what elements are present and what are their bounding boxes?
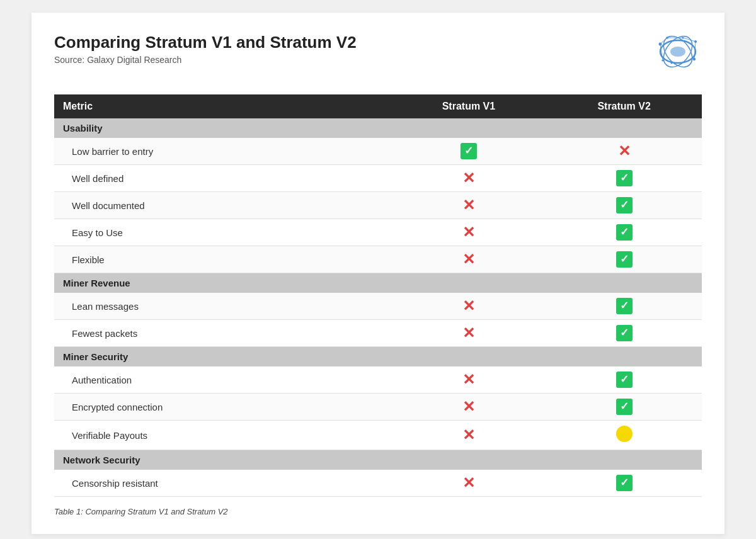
table-header-row: Metric Stratum V1 Stratum V2 bbox=[54, 94, 702, 118]
category-row: Network Security bbox=[54, 450, 702, 470]
metric-label: Well documented bbox=[54, 192, 391, 219]
cross-icon: ✕ bbox=[618, 144, 631, 159]
comparison-table: Metric Stratum V1 Stratum V2 UsabilityLo… bbox=[54, 94, 702, 497]
v1-icon-cell: ✕ bbox=[391, 421, 547, 450]
table-row: Fewest packets✕✓ bbox=[54, 320, 702, 347]
check-icon: ✓ bbox=[616, 475, 633, 491]
cross-icon: ✕ bbox=[462, 298, 475, 314]
v1-icon-cell: ✕ bbox=[391, 165, 547, 192]
v1-icon-cell: ✕ bbox=[391, 320, 547, 347]
v2-icon-cell: ✓ bbox=[546, 366, 702, 394]
circle-icon bbox=[616, 426, 633, 442]
logo bbox=[633, 33, 702, 83]
category-row: Miner Security bbox=[54, 347, 702, 367]
v1-icon-cell: ✓ bbox=[391, 138, 547, 165]
page-card: Comparing Stratum V1 and Stratum V2 Sour… bbox=[32, 13, 724, 534]
check-icon: ✓ bbox=[616, 170, 633, 186]
v2-icon-cell: ✓ bbox=[546, 293, 702, 320]
v2-icon-cell: ✓ bbox=[546, 192, 702, 219]
svg-point-3 bbox=[670, 47, 685, 57]
v1-icon-cell: ✕ bbox=[391, 219, 547, 246]
cross-icon: ✕ bbox=[462, 428, 475, 443]
cross-icon: ✕ bbox=[462, 399, 475, 414]
table-row: Lean messages✕✓ bbox=[54, 293, 702, 320]
cross-icon: ✕ bbox=[462, 372, 475, 387]
check-icon: ✓ bbox=[616, 399, 633, 415]
table-row: Well documented✕✓ bbox=[54, 192, 702, 219]
cross-icon: ✕ bbox=[462, 475, 475, 491]
col-header-v1: Stratum V1 bbox=[391, 94, 547, 118]
v1-icon-cell: ✕ bbox=[391, 293, 547, 320]
v1-icon-cell: ✕ bbox=[391, 246, 547, 273]
check-icon: ✓ bbox=[616, 251, 633, 268]
v1-icon-cell: ✕ bbox=[391, 366, 547, 394]
table-row: Flexible✕✓ bbox=[54, 246, 702, 273]
table-row: Authentication✕✓ bbox=[54, 366, 702, 394]
category-label: Network Security bbox=[54, 450, 702, 470]
col-header-metric: Metric bbox=[54, 94, 391, 118]
metric-label: Authentication bbox=[54, 366, 391, 394]
cross-icon: ✕ bbox=[462, 326, 475, 341]
table-caption: Table 1: Comparing Stratum V1 and Stratu… bbox=[54, 507, 702, 516]
table-row: Easy to Use✕✓ bbox=[54, 219, 702, 246]
check-icon: ✓ bbox=[616, 224, 633, 241]
category-label: Usability bbox=[54, 118, 702, 138]
table-row: Verifiable Payouts✕ bbox=[54, 421, 702, 450]
category-label: Miner Security bbox=[54, 347, 702, 367]
svg-point-10 bbox=[671, 62, 673, 64]
cross-icon: ✕ bbox=[462, 252, 475, 267]
metric-label: Well defined bbox=[54, 165, 391, 192]
check-icon: ✓ bbox=[616, 298, 633, 314]
table-row: Encrypted connection✕✓ bbox=[54, 394, 702, 421]
title-block: Comparing Stratum V1 and Stratum V2 Sour… bbox=[54, 33, 357, 65]
metric-label: Fewest packets bbox=[54, 320, 391, 347]
v1-icon-cell: ✕ bbox=[391, 394, 547, 421]
v2-icon-cell: ✕ bbox=[546, 138, 702, 165]
metric-label: Verifiable Payouts bbox=[54, 421, 391, 450]
check-icon: ✓ bbox=[616, 325, 633, 341]
metric-label: Censorship resistant bbox=[54, 470, 391, 497]
v2-icon-cell: ✓ bbox=[546, 470, 702, 497]
check-icon: ✓ bbox=[461, 143, 477, 159]
category-row: Miner Revenue bbox=[54, 273, 702, 293]
v2-icon-cell: ✓ bbox=[546, 219, 702, 246]
table-row: Censorship resistant✕✓ bbox=[54, 470, 702, 497]
v2-icon-cell bbox=[546, 421, 702, 450]
check-icon: ✓ bbox=[616, 197, 633, 213]
col-header-v2: Stratum V2 bbox=[546, 94, 702, 118]
metric-label: Low barrier to entry bbox=[54, 138, 391, 165]
v2-icon-cell: ✓ bbox=[546, 394, 702, 421]
page-title: Comparing Stratum V1 and Stratum V2 bbox=[54, 33, 357, 52]
cross-icon: ✕ bbox=[462, 198, 475, 213]
v2-icon-cell: ✓ bbox=[546, 246, 702, 273]
page-source: Source: Galaxy Digital Research bbox=[54, 55, 357, 65]
metric-label: Flexible bbox=[54, 246, 391, 273]
cross-icon: ✕ bbox=[462, 171, 475, 186]
page-header: Comparing Stratum V1 and Stratum V2 Sour… bbox=[54, 33, 702, 83]
metric-label: Lean messages bbox=[54, 293, 391, 320]
cross-icon: ✕ bbox=[462, 225, 475, 240]
category-label: Miner Revenue bbox=[54, 273, 702, 293]
table-row: Well defined✕✓ bbox=[54, 165, 702, 192]
table-row: Low barrier to entry✓✕ bbox=[54, 138, 702, 165]
metric-label: Easy to Use bbox=[54, 219, 391, 246]
check-icon: ✓ bbox=[616, 372, 633, 388]
v1-icon-cell: ✕ bbox=[391, 192, 547, 219]
v1-icon-cell: ✕ bbox=[391, 470, 547, 497]
metric-label: Encrypted connection bbox=[54, 394, 391, 421]
v2-icon-cell: ✓ bbox=[546, 165, 702, 192]
category-row: Usability bbox=[54, 118, 702, 138]
v2-icon-cell: ✓ bbox=[546, 320, 702, 347]
